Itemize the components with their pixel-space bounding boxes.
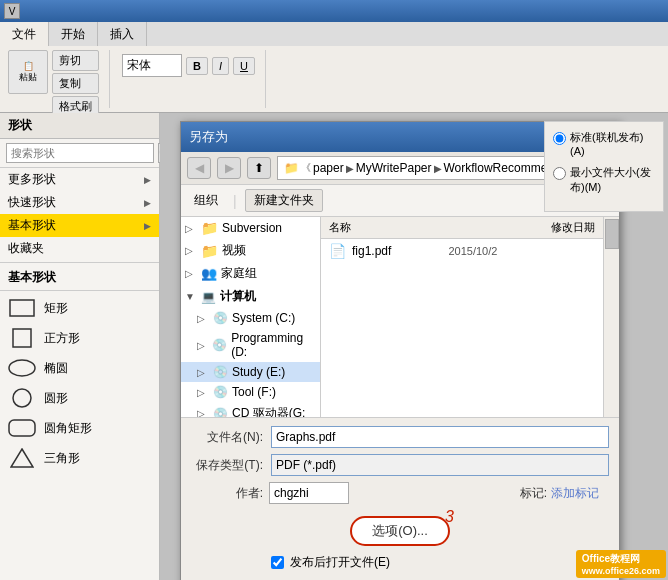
radio-minimum-input[interactable] <box>553 167 566 180</box>
drive-icon: 💿 <box>213 385 228 399</box>
paste-button[interactable]: 📋 粘贴 <box>8 50 48 94</box>
expand-icon: ▷ <box>197 313 209 324</box>
filename-input[interactable] <box>271 426 609 448</box>
options-row: 选项(O)... 3 <box>191 510 609 552</box>
shape-preview-circle <box>8 387 36 409</box>
italic-button[interactable]: I <box>212 57 229 75</box>
filename-row: 文件名(N): <box>191 426 609 448</box>
forward-button[interactable]: ▶ <box>217 157 241 179</box>
shape-item-ellipse[interactable]: 椭圆 <box>8 355 151 381</box>
tab-file[interactable]: 文件 <box>0 22 49 46</box>
tree-label: Study (E:) <box>232 365 285 379</box>
new-folder-button[interactable]: 新建文件夹 <box>245 189 323 212</box>
app-window: V 文件 开始 插入 📋 粘贴 剪切 复制 格式刷 <box>0 0 668 580</box>
sidebar: 形状 🔍 更多形状 ▶ 快速形状 ▶ 基本形状 ▶ 收藏夹 基本形状 <box>0 113 160 580</box>
font-family: 宋体 <box>122 54 182 77</box>
folder-icon: 📁 <box>201 220 218 236</box>
back-button[interactable]: ◀ <box>187 157 211 179</box>
svg-rect-1 <box>13 329 31 347</box>
tab-start[interactable]: 开始 <box>49 22 98 46</box>
author-input[interactable] <box>269 482 349 504</box>
radio-minimum-label[interactable]: 最小文件大小(发布)(M) <box>570 165 655 195</box>
organize-button[interactable]: 组织 <box>187 189 225 212</box>
scrollbar-thumb[interactable] <box>605 219 619 249</box>
sidebar-item-more-shapes[interactable]: 更多形状 ▶ <box>0 168 159 191</box>
radio-standard-input[interactable] <box>553 132 566 145</box>
tree-item-subversion[interactable]: ▷ 📁 Subversion <box>181 217 320 239</box>
filetype-input[interactable] <box>271 454 609 476</box>
tree-item-drive-e[interactable]: ▷ 💿 Study (E:) <box>181 362 320 382</box>
tab-insert[interactable]: 插入 <box>98 22 147 46</box>
tree-item-homegroup[interactable]: ▷ 👥 家庭组 <box>181 262 320 285</box>
open-after-save-checkbox[interactable] <box>271 556 284 569</box>
dialog-footer: 文件名(N): 保存类型(T): 作者: 标记: <box>181 417 619 580</box>
tree-item-drive-f[interactable]: ▷ 💿 Tool (F:) <box>181 382 320 402</box>
expand-icon: ▷ <box>185 245 197 256</box>
filename-label: 文件名(N): <box>191 429 263 446</box>
breadcrumb-part1: paper <box>313 161 344 175</box>
open-after-save-label[interactable]: 发布后打开文件(E) <box>290 554 390 571</box>
shape-item-square[interactable]: 正方形 <box>8 325 151 351</box>
cut-button[interactable]: 剪切 <box>52 50 99 71</box>
tree-item-drive-g[interactable]: ▷ 💿 CD 驱动器(G: <box>181 402 320 417</box>
breadcrumb: 📁 《 paper ▶ MyWritePaper ▶ WorkflowRecom… <box>277 156 583 180</box>
svg-rect-4 <box>9 420 35 436</box>
shape-item-circle[interactable]: 圆形 <box>8 385 151 411</box>
file-name: fig1.pdf <box>352 244 391 258</box>
shape-item-rect[interactable]: 矩形 <box>8 295 151 321</box>
underline-button[interactable]: U <box>233 57 255 75</box>
sidebar-item-favorites[interactable]: 收藏夹 <box>0 237 159 260</box>
shape-item-triangle[interactable]: 三角形 <box>8 445 151 471</box>
shape-preview-square <box>8 327 36 349</box>
copy-button[interactable]: 复制 <box>52 73 99 94</box>
expand-icon: ▷ <box>197 387 209 398</box>
tree-item-computer[interactable]: ▼ 💻 计算机 <box>181 285 320 308</box>
paste-label: 粘贴 <box>19 71 37 84</box>
sidebar-item-label: 更多形状 <box>8 171 56 188</box>
tree-label: 计算机 <box>220 288 256 305</box>
file-list: 名称 修改日期 📄 fig1.pdf 2015/10/2 <box>321 217 603 417</box>
office-badge: Office教程网 www.office26.com <box>576 550 666 578</box>
app-icon: V <box>4 3 20 19</box>
tree-item-drive-c[interactable]: ▷ 💿 System (C:) <box>181 308 320 328</box>
shape-item-rounded-rect[interactable]: 圆角矩形 <box>8 415 151 441</box>
radio-standard-label[interactable]: 标准(联机发布)(A) <box>570 130 655 157</box>
radio-minimum: 最小文件大小(发布)(M) <box>553 165 655 195</box>
toolbar-separator: | <box>233 193 237 209</box>
dialog-title-text: 另存为 <box>189 128 228 146</box>
tree-label: System (C:) <box>232 311 295 325</box>
checkbox-row: 发布后打开文件(E) <box>191 552 609 577</box>
right-panel: 标准(联机发布)(A) 最小文件大小(发布)(M) <box>544 121 664 212</box>
tag-add-link[interactable]: 添加标记 <box>551 485 599 502</box>
drive-icon: 💿 <box>212 338 227 352</box>
options-button[interactable]: 选项(O)... 3 <box>350 516 450 546</box>
up-button[interactable]: ⬆ <box>247 157 271 179</box>
tree-item-video[interactable]: ▷ 📁 视频 <box>181 239 320 262</box>
shape-preview-triangle <box>8 447 36 469</box>
expand-icon: ▷ <box>185 223 197 234</box>
shape-label-triangle: 三角形 <box>44 450 80 467</box>
bold-button[interactable]: B <box>186 57 208 75</box>
search-input[interactable] <box>6 143 154 163</box>
author-label: 作者: <box>191 485 263 502</box>
clipboard-group: 📋 粘贴 剪切 复制 格式刷 剪贴板 <box>8 50 110 108</box>
tree-item-drive-d[interactable]: ▷ 💿 Programming (D: <box>181 328 320 362</box>
filetype-row: 保存类型(T): <box>191 454 609 476</box>
sidebar-item-quick-shapes[interactable]: 快速形状 ▶ <box>0 191 159 214</box>
sidebar-divider <box>0 262 159 263</box>
ribbon-content: 📋 粘贴 剪切 复制 格式刷 剪贴板 宋体 B I U <box>0 46 668 112</box>
shape-label-ellipse: 椭圆 <box>44 360 68 377</box>
expand-icon: ▷ <box>185 268 197 279</box>
sidebar-item-basic-shapes[interactable]: 基本形状 ▶ <box>0 214 159 237</box>
dialog-area: 另存为 － □ ✕ ◀ ▶ ⬆ 📁 《 paper <box>160 113 668 580</box>
scrollbar[interactable] <box>603 217 619 417</box>
sidebar-title: 形状 <box>0 113 159 139</box>
breadcrumb-icon: 📁 <box>284 161 299 175</box>
filetype-label: 保存类型(T): <box>191 457 263 474</box>
annotation-number: 3 <box>445 508 454 526</box>
sidebar-section-title: 基本形状 <box>0 265 159 291</box>
file-item-fig1[interactable]: 📄 fig1.pdf 2015/10/2 <box>321 239 603 263</box>
file-list-header: 名称 修改日期 <box>321 217 603 239</box>
expand-icon: ▼ <box>185 291 197 302</box>
ribbon: 文件 开始 插入 📋 粘贴 剪切 复制 格式刷 剪贴板 <box>0 22 668 113</box>
